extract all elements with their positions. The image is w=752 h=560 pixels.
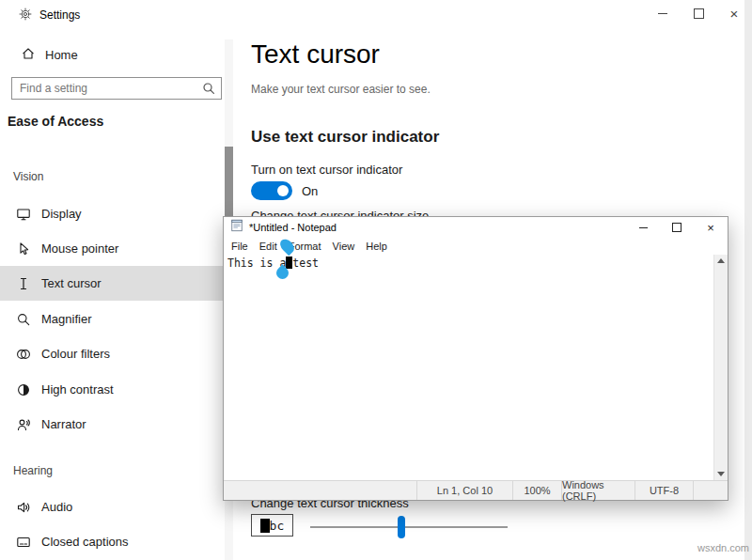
- minimize-icon: [639, 227, 648, 228]
- high-contrast-icon: [16, 382, 31, 397]
- sidebar-item-label: Mouse pointer: [41, 241, 118, 256]
- close-button[interactable]: ×: [716, 0, 752, 26]
- thickness-preview-rest: bc: [270, 519, 285, 533]
- search-box: [11, 77, 222, 100]
- group-label-hearing: Hearing: [13, 464, 53, 477]
- sidebar-item-high-contrast[interactable]: High contrast: [0, 372, 223, 407]
- text-cursor-icon: [16, 276, 31, 291]
- menu-view[interactable]: View: [327, 241, 361, 252]
- notepad-window: *Untitled - Notepad × File Edit Format V…: [223, 216, 728, 501]
- notepad-close-button[interactable]: ×: [694, 217, 728, 238]
- narrator-icon: [16, 417, 31, 432]
- search-input[interactable]: [12, 78, 221, 99]
- mouse-pointer-icon: [16, 241, 31, 257]
- toggle-label: Turn on text cursor indicator: [251, 163, 402, 177]
- sidebar-item-label: Text cursor: [41, 276, 102, 290]
- page-subtitle: Make your text cursor easier to see.: [251, 83, 431, 96]
- status-line-ending: Windows (CRLF): [561, 481, 634, 500]
- colour-filters-icon: [16, 347, 31, 362]
- sidebar-item-label: Magnifier: [41, 312, 91, 326]
- sidebar-item-audio[interactable]: Audio: [0, 490, 223, 524]
- notepad-minimize-button[interactable]: [626, 217, 660, 238]
- group-label-vision: Vision: [13, 170, 43, 183]
- watermark: wsxdn.com: [697, 542, 749, 553]
- notepad-icon: [230, 219, 243, 236]
- notepad-editor[interactable]: This is atest: [224, 255, 728, 480]
- search-icon[interactable]: [201, 81, 216, 100]
- sidebar-item-display[interactable]: Display: [0, 196, 223, 231]
- toggle-knob: [277, 185, 289, 196]
- thickness-preview-blocked-char: a: [260, 519, 270, 533]
- status-zoom: 100%: [512, 481, 561, 500]
- audio-icon: [16, 500, 31, 515]
- thickness-preview-box: abc: [251, 514, 293, 537]
- sidebar-item-label: Display: [41, 207, 82, 221]
- closed-captions-icon: [16, 535, 31, 550]
- sidebar-item-closed-captions[interactable]: Closed captions: [0, 524, 223, 559]
- notepad-titlebar[interactable]: *Untitled - Notepad ×: [224, 217, 728, 238]
- sidebar-item-label: Home: [45, 48, 78, 62]
- section-heading: Use text cursor indicator: [251, 128, 439, 147]
- sidebar-item-label: Colour filters: [41, 347, 110, 361]
- app-title: Settings: [39, 8, 80, 22]
- magnifier-icon: [16, 312, 31, 327]
- editor-text-line: This is atest: [227, 257, 319, 271]
- maximize-icon: [672, 223, 682, 232]
- menu-help[interactable]: Help: [360, 241, 393, 252]
- settings-scrollbar-thumb[interactable]: [225, 147, 233, 218]
- settings-window: Settings × Home Ease of Access Vision: [0, 0, 752, 560]
- notepad-vertical-scrollbar[interactable]: [713, 255, 728, 480]
- scroll-up-icon[interactable]: [717, 258, 725, 263]
- toggle-state-label: On: [302, 184, 318, 198]
- minimize-button[interactable]: [645, 0, 681, 26]
- home-icon: [21, 46, 36, 64]
- sidebar-item-label: Closed captions: [41, 535, 129, 549]
- sidebar-item-label: Audio: [41, 500, 72, 514]
- sidebar-item-label: High contrast: [41, 382, 114, 397]
- menu-file[interactable]: File: [226, 241, 254, 252]
- thickness-slider-thumb[interactable]: [398, 516, 405, 538]
- sidebar-item-text-cursor[interactable]: Text cursor: [0, 266, 223, 301]
- notepad-menubar: File Edit Format View Help: [224, 238, 728, 255]
- maximize-button[interactable]: [681, 0, 716, 26]
- display-icon: [16, 207, 31, 222]
- app-titlebar: Settings: [19, 6, 80, 24]
- text-cursor-indicator-toggle[interactable]: [251, 181, 292, 200]
- status-resize-grip: [693, 481, 728, 500]
- menu-edit[interactable]: Edit: [254, 241, 283, 252]
- sidebar-item-label: Narrator: [41, 417, 86, 431]
- close-icon: ×: [730, 7, 739, 21]
- settings-gear-icon: [19, 8, 32, 23]
- notepad-statusbar: Ln 1, Col 10 100% Windows (CRLF) UTF-8: [224, 480, 728, 500]
- text-after-caret: test: [292, 257, 319, 270]
- close-icon: ×: [707, 222, 714, 234]
- desktop-edge: [744, 0, 752, 560]
- page-title: Text cursor: [251, 39, 380, 70]
- maximize-icon: [694, 8, 704, 19]
- status-encoding: UTF-8: [634, 481, 693, 500]
- minimize-icon: [658, 13, 667, 14]
- notepad-title: *Untitled - Notepad: [249, 222, 626, 233]
- sidebar-item-colour-filters[interactable]: Colour filters: [0, 336, 223, 371]
- status-cursor-position: Ln 1, Col 10: [416, 481, 512, 500]
- scroll-down-icon[interactable]: [717, 472, 725, 476]
- notepad-maximize-button[interactable]: [660, 217, 694, 238]
- sidebar-item-mouse-pointer[interactable]: Mouse pointer: [0, 231, 223, 266]
- sidebar-heading: Ease of Access: [8, 114, 103, 129]
- window-controls: ×: [645, 0, 752, 26]
- sidebar-item-home[interactable]: Home: [0, 38, 223, 71]
- sidebar-item-narrator[interactable]: Narrator: [0, 407, 223, 442]
- thickness-slider-track[interactable]: [310, 526, 508, 528]
- sidebar-item-magnifier[interactable]: Magnifier: [0, 302, 223, 336]
- status-spacer: [224, 481, 416, 500]
